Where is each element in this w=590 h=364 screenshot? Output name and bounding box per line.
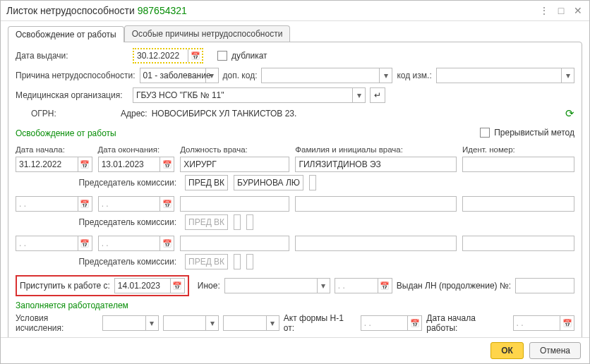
period3-chair-post[interactable]: ПРЕД ВК: [185, 254, 228, 269]
maximize-icon[interactable]: □: [555, 5, 567, 16]
intermittent-label: Прерывистый метод: [494, 128, 574, 138]
period-row: . . 📅 . . 📅: [16, 196, 574, 212]
med-org-label: Медицинская организация:: [16, 90, 128, 100]
period1-fio[interactable]: ГИЛЯЗИТДИНОВ ЭЗ: [295, 157, 457, 172]
med-org-open-button[interactable]: ↵: [370, 87, 385, 103]
period1-ident[interactable]: [462, 157, 574, 172]
close-icon[interactable]: ✕: [572, 5, 584, 16]
chevron-down-icon[interactable]: ▾: [266, 316, 279, 330]
issue-date-value: 30.12.2022: [137, 51, 179, 61]
period3-start[interactable]: . . 📅: [16, 236, 92, 251]
dialog-window: Листок нетрудоспособности 987654321 ⋮ □ …: [0, 0, 590, 364]
return-date-input[interactable]: 14.01.2023 📅: [114, 278, 185, 293]
period3-post[interactable]: [180, 236, 289, 251]
period2-chair-ident[interactable]: [246, 214, 253, 230]
period2-ident[interactable]: [462, 196, 574, 212]
other-date[interactable]: . . 📅: [335, 278, 392, 293]
calendar-icon[interactable]: 📅: [159, 157, 174, 171]
period1-chair-ident[interactable]: [309, 175, 316, 190]
chevron-down-icon[interactable]: ▾: [561, 68, 574, 83]
period2-chair-post[interactable]: ПРЕД ВК: [185, 214, 228, 230]
issued-ln-label: Выдан ЛН (продолжение) №:: [397, 281, 511, 291]
issued-ln-input[interactable]: [515, 278, 574, 293]
return-label: Приступить к работе с:: [20, 281, 110, 291]
act-label: Акт формы Н-1 от:: [284, 313, 356, 333]
period2-end[interactable]: . . 📅: [98, 196, 175, 212]
chevron-down-icon[interactable]: ▾: [352, 88, 365, 102]
chairman-row: Председатель комиссии: ПРЕД ВК: [16, 254, 574, 269]
reason-combo[interactable]: 01 - заболевание ▾: [140, 68, 219, 83]
code-change-label: код изм.:: [397, 71, 431, 80]
calendar-icon[interactable]: 📅: [159, 236, 174, 250]
chairman-row: Председатель комиссии: ПРЕД ВК БУРИНОВА …: [16, 175, 574, 190]
section-employer-title: Заполняется работодателем: [16, 301, 574, 310]
footer: ОК Отмена: [1, 337, 589, 363]
tabs: Освобождение от работы Особые причины не…: [1, 21, 589, 42]
tab-special-reasons[interactable]: Особые причины нетрудоспособности: [124, 25, 291, 42]
period2-fio[interactable]: [295, 196, 457, 212]
dop-code-label: доп. код:: [223, 71, 258, 80]
dop-code-combo[interactable]: ▾: [261, 68, 392, 83]
reason-label: Причина нетрудоспособности:: [16, 71, 136, 80]
tab-release[interactable]: Освобождение от работы: [8, 26, 124, 42]
calendar-icon[interactable]: 📅: [188, 49, 202, 62]
work-start-date[interactable]: . . 📅: [513, 315, 575, 331]
calendar-icon[interactable]: 📅: [378, 279, 392, 293]
period1-chair-post[interactable]: ПРЕД ВК: [185, 175, 228, 190]
other-label: Иное:: [198, 281, 220, 291]
period1-post[interactable]: ХИРУРГ: [180, 157, 289, 172]
period3-fio[interactable]: [295, 236, 457, 251]
calc-combo-3[interactable]: ▾: [223, 315, 279, 331]
intermittent-checkbox[interactable]: [480, 128, 490, 138]
period3-end[interactable]: . . 📅: [98, 236, 175, 251]
tab-panel: Дата выдачи: 30.12.2022 📅 дубликат Причи…: [8, 42, 582, 344]
duplicate-label: дубликат: [231, 51, 267, 61]
ok-button[interactable]: ОК: [490, 342, 524, 359]
period-row: . . 📅 . . 📅: [16, 236, 574, 251]
chevron-down-icon[interactable]: ▾: [379, 68, 392, 83]
calendar-icon[interactable]: 📅: [78, 157, 92, 171]
calc-combo-2[interactable]: ▾: [163, 315, 219, 331]
issue-date-input[interactable]: 30.12.2022 📅: [133, 48, 203, 63]
window-title-prefix: Листок нетрудоспособности: [6, 5, 135, 16]
cancel-button[interactable]: Отмена: [529, 342, 581, 359]
period2-chair-fio[interactable]: [234, 214, 241, 230]
period3-chair-fio[interactable]: [234, 254, 241, 269]
period3-ident[interactable]: [462, 236, 574, 251]
chevron-down-icon[interactable]: ▾: [145, 316, 158, 330]
period3-chair-ident[interactable]: [246, 254, 253, 269]
calendar-icon[interactable]: 📅: [170, 279, 184, 293]
period2-start[interactable]: . . 📅: [16, 196, 92, 212]
grid-header: Дата начала: Дата окончания: Должность в…: [16, 145, 574, 154]
period-row: 31.12.2022 📅 13.01.2023 📅 ХИРУРГ ГИЛЯЗИТ…: [16, 157, 574, 172]
period2-post[interactable]: [180, 196, 289, 212]
address-label: Адрес:: [121, 109, 148, 119]
chairman-row: Председатель комиссии: ПРЕД ВК: [16, 214, 574, 230]
calendar-icon[interactable]: 📅: [78, 197, 92, 211]
calendar-icon[interactable]: 📅: [78, 236, 92, 250]
ogrn-label: ОГРН:: [16, 109, 47, 119]
period1-chair-fio[interactable]: БУРИНОВА ЛЮ: [234, 175, 303, 190]
address-value: НОВОСИБИРСК УЛ ТАНКИСТОВ 23.: [152, 109, 297, 119]
period1-end[interactable]: 13.01.2023 📅: [98, 157, 175, 172]
return-highlight-group: Приступить к работе с: 14.01.2023 📅: [16, 275, 189, 296]
chevron-down-icon[interactable]: ▾: [205, 68, 218, 83]
calendar-icon[interactable]: 📅: [407, 316, 421, 330]
calc-label: Условия исчисления:: [16, 313, 98, 333]
calendar-icon[interactable]: 📅: [159, 197, 174, 211]
act-date[interactable]: . . 📅: [361, 315, 423, 331]
titlebar: Листок нетрудоспособности 987654321 ⋮ □ …: [1, 1, 589, 21]
duplicate-checkbox[interactable]: [217, 51, 227, 61]
calc-combo-1[interactable]: ▾: [102, 315, 159, 331]
other-combo[interactable]: ▾: [224, 278, 330, 293]
code-change-combo[interactable]: ▾: [436, 68, 574, 83]
chevron-down-icon[interactable]: ▾: [205, 316, 218, 330]
issue-date-label: Дата выдачи:: [16, 51, 128, 61]
chevron-down-icon[interactable]: ▾: [317, 279, 330, 293]
calendar-icon[interactable]: 📅: [560, 316, 574, 330]
window-title-number: 987654321: [138, 5, 187, 16]
refresh-icon[interactable]: ⟳: [565, 107, 574, 120]
more-icon[interactable]: ⋮: [538, 5, 550, 16]
med-org-combo[interactable]: ГБУЗ НСО "ГКБ № 11" ▾: [133, 87, 366, 103]
period1-start[interactable]: 31.12.2022 📅: [16, 157, 92, 172]
